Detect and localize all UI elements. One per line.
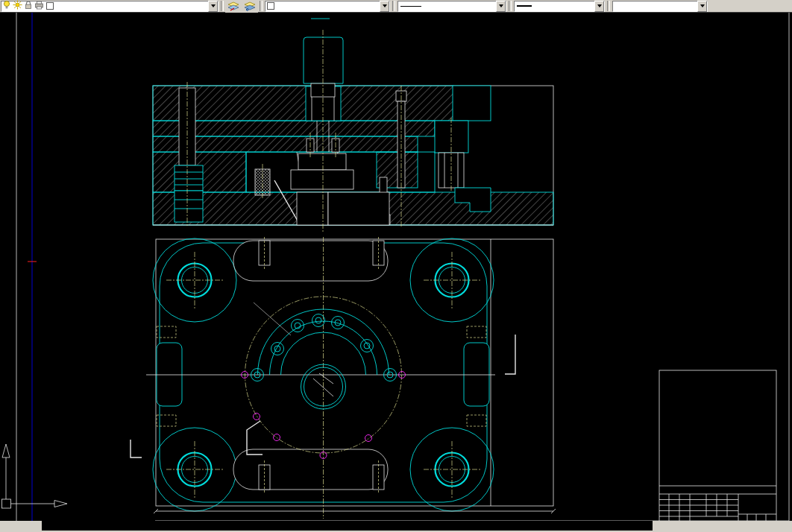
section-markers bbox=[131, 335, 515, 457]
separator bbox=[260, 1, 263, 11]
autocad-window bbox=[0, 0, 792, 532]
plot-style-dropdown-arrow[interactable] bbox=[697, 1, 707, 12]
ucs-icon bbox=[2, 444, 68, 508]
current-color-swatch bbox=[267, 2, 274, 10]
cad-drawing bbox=[0, 13, 792, 521]
lightbulb-icon[interactable] bbox=[2, 0, 11, 13]
die-block bbox=[291, 170, 353, 189]
color-dropdown-arrow[interactable] bbox=[380, 1, 389, 12]
plot-style-control[interactable] bbox=[612, 1, 708, 12]
parts-list-table bbox=[659, 370, 776, 521]
separator bbox=[392, 1, 395, 11]
guide-bushing bbox=[175, 165, 203, 191]
linetype-sample bbox=[400, 6, 421, 7]
layer-control[interactable] bbox=[1, 1, 219, 12]
layout-tab-bar bbox=[0, 521, 792, 532]
printer-icon[interactable] bbox=[34, 0, 44, 13]
tab-strip bbox=[42, 521, 653, 531]
separator bbox=[607, 1, 610, 11]
width-dimension bbox=[154, 509, 556, 513]
section-view bbox=[153, 30, 553, 232]
layer-previous-button[interactable] bbox=[242, 0, 258, 13]
sun-freeze-icon[interactable] bbox=[13, 0, 22, 13]
make-object-layer-current-button[interactable] bbox=[225, 0, 242, 13]
die-step bbox=[298, 153, 346, 170]
drawing-area[interactable] bbox=[0, 13, 792, 521]
linetype-control[interactable] bbox=[397, 1, 506, 12]
separator bbox=[221, 1, 224, 11]
technical-requirements bbox=[578, 118, 727, 127]
object-properties-toolbar bbox=[0, 0, 792, 13]
punch-shank bbox=[304, 37, 343, 83]
ucs-origin-box bbox=[2, 499, 11, 508]
lineweight-control[interactable] bbox=[514, 1, 605, 12]
color-control[interactable] bbox=[265, 1, 390, 12]
ucs-x-arrowhead bbox=[54, 501, 67, 507]
layer-dropdown-arrow[interactable] bbox=[208, 1, 218, 12]
lock-icon[interactable] bbox=[24, 0, 33, 13]
separator bbox=[509, 1, 512, 11]
ucs-y-arrowhead bbox=[2, 444, 10, 457]
linetype-dropdown-arrow[interactable] bbox=[496, 1, 506, 12]
plan-view bbox=[131, 237, 556, 519]
bolt-holes bbox=[251, 314, 397, 381]
lineweight-dropdown-arrow[interactable] bbox=[594, 1, 604, 12]
layer-color-swatch bbox=[46, 2, 54, 10]
lineweight-sample bbox=[517, 5, 532, 7]
